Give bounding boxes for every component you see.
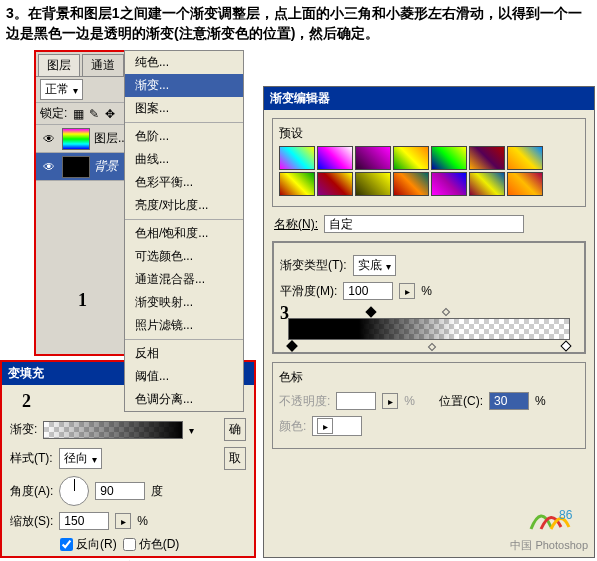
menu-selective[interactable]: 可选颜色...: [125, 245, 243, 268]
percent-label: %: [535, 394, 546, 408]
midpoint-icon[interactable]: [442, 308, 450, 316]
menu-brightness[interactable]: 亮度/对比度...: [125, 194, 243, 217]
dither-checkbox[interactable]: 仿色(D): [123, 536, 180, 553]
position-input[interactable]: [489, 392, 529, 410]
layer-name: 背景: [94, 158, 118, 175]
style-label: 样式(T):: [10, 450, 53, 467]
visibility-icon[interactable]: 👁: [40, 160, 58, 174]
degree-label: 度: [151, 483, 163, 500]
preset-swatch[interactable]: [279, 146, 315, 170]
menu-gradient[interactable]: 渐变...: [125, 74, 243, 97]
preset-swatch[interactable]: [469, 146, 505, 170]
menu-invert[interactable]: 反相: [125, 342, 243, 365]
lock-transparency-icon[interactable]: ▦: [71, 107, 85, 121]
menu-hue[interactable]: 色相/饱和度...: [125, 222, 243, 245]
dialog-title: 渐变编辑器: [264, 87, 594, 110]
smooth-stepper-icon[interactable]: [399, 283, 415, 299]
smooth-label: 平滑度(M):: [280, 283, 337, 300]
color-select[interactable]: [312, 416, 362, 436]
layer-name: 图层...: [94, 130, 128, 147]
menu-curves[interactable]: 曲线...: [125, 148, 243, 171]
preset-swatch[interactable]: [431, 172, 467, 196]
layer-thumbnail: [62, 128, 90, 150]
preset-swatch[interactable]: [279, 172, 315, 196]
opacity-stop-icon[interactable]: [365, 306, 376, 317]
position-label: 位置(C):: [439, 393, 483, 410]
scale-input[interactable]: [59, 512, 109, 530]
chevron-down-icon: [92, 452, 97, 466]
chevron-down-icon[interactable]: [189, 423, 194, 437]
name-label: 名称(N):: [274, 216, 318, 233]
name-input[interactable]: [324, 215, 524, 233]
menu-levels[interactable]: 色阶...: [125, 125, 243, 148]
menu-posterize[interactable]: 色调分离...: [125, 388, 243, 411]
menu-threshold[interactable]: 阈值...: [125, 365, 243, 388]
stops-label: 色标: [279, 370, 303, 384]
gradient-bar[interactable]: [288, 318, 570, 340]
type-select[interactable]: 实底: [353, 255, 396, 276]
opacity-input[interactable]: [336, 392, 376, 410]
scale-stepper-icon[interactable]: [115, 513, 131, 529]
svg-text:86: 86: [559, 508, 573, 522]
style-select[interactable]: 径向: [59, 448, 102, 469]
preset-swatch[interactable]: [507, 146, 543, 170]
tab-layers[interactable]: 图层: [38, 54, 80, 76]
menu-photo-filter[interactable]: 照片滤镜...: [125, 314, 243, 337]
watermark-text: 中国 Photoshop: [510, 538, 588, 553]
menu-channel-mixer[interactable]: 通道混合器...: [125, 268, 243, 291]
gradient-preview[interactable]: [43, 421, 183, 439]
instruction-text: 3。在背景和图层1之间建一个渐变调整层，点上面的小三角和小菱形左右滑动，以得到一…: [0, 0, 597, 47]
blend-mode-select[interactable]: 正常: [40, 79, 83, 100]
opacity-label: 不透明度:: [279, 393, 330, 410]
preset-swatch[interactable]: [431, 146, 467, 170]
chevron-icon: [317, 418, 333, 434]
midpoint-icon[interactable]: [428, 343, 436, 351]
cancel-button[interactable]: 取: [224, 447, 246, 470]
gradient-editor-dialog: 渐变编辑器 预设 名称(N): 渐变类型(T): 实底 平滑度: [263, 86, 595, 558]
lock-paint-icon[interactable]: ✎: [87, 107, 101, 121]
percent-label: %: [137, 514, 148, 528]
menu-gradient-map[interactable]: 渐变映射...: [125, 291, 243, 314]
angle-input[interactable]: [95, 482, 145, 500]
gradient-label: 渐变:: [10, 421, 37, 438]
preset-swatch[interactable]: [355, 172, 391, 196]
color-stop-icon[interactable]: [286, 340, 297, 351]
preset-swatch[interactable]: [355, 146, 391, 170]
percent-label: %: [421, 284, 432, 298]
menu-pattern[interactable]: 图案...: [125, 97, 243, 120]
preset-swatch[interactable]: [393, 146, 429, 170]
reverse-checkbox[interactable]: 反向(R): [60, 536, 117, 553]
lock-label: 锁定:: [40, 105, 67, 122]
preset-swatch[interactable]: [507, 172, 543, 196]
lock-position-icon[interactable]: ✥: [103, 107, 117, 121]
preset-swatch[interactable]: [469, 172, 505, 196]
annotation-1: 1: [78, 290, 87, 311]
color-label: 颜色:: [279, 418, 306, 435]
chevron-down-icon: [73, 83, 78, 97]
tab-channels[interactable]: 通道: [82, 54, 124, 76]
visibility-icon[interactable]: 👁: [40, 132, 58, 146]
percent-label: %: [404, 394, 415, 408]
type-label: 渐变类型(T):: [280, 257, 347, 274]
angle-dial[interactable]: [59, 476, 89, 506]
preset-swatch[interactable]: [317, 146, 353, 170]
menu-solid-color[interactable]: 纯色...: [125, 51, 243, 74]
chevron-down-icon: [386, 259, 391, 273]
scale-label: 缩放(S):: [10, 513, 53, 530]
adjustment-menu: 纯色... 渐变... 图案... 色阶... 曲线... 色彩平衡... 亮度…: [124, 50, 244, 412]
angle-label: 角度(A):: [10, 483, 53, 500]
preset-label: 预设: [279, 126, 303, 140]
preset-grid: [279, 146, 579, 196]
ok-button[interactable]: 确: [224, 418, 246, 441]
layer-thumbnail: [62, 156, 90, 178]
watermark-logo: 86 中国 Photoshop: [510, 499, 588, 553]
preset-swatch[interactable]: [393, 172, 429, 196]
opacity-stepper-icon[interactable]: [382, 393, 398, 409]
smooth-input[interactable]: [343, 282, 393, 300]
preset-swatch[interactable]: [317, 172, 353, 196]
color-stop-icon[interactable]: [560, 340, 571, 351]
menu-color-balance[interactable]: 色彩平衡...: [125, 171, 243, 194]
